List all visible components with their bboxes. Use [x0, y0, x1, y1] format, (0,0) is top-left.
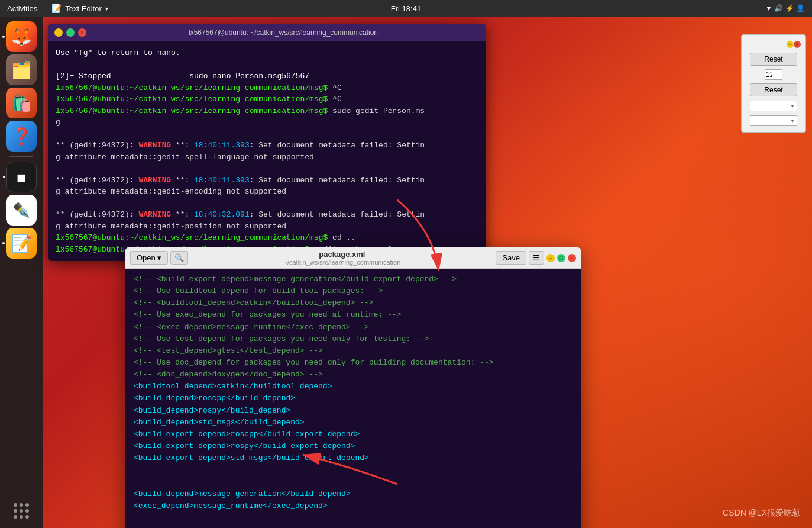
settings-select-2[interactable]: [750, 115, 797, 126]
dock-dot: [20, 503, 23, 507]
gedit-line: <!-- Use doc_depend for packages you nee…: [134, 357, 572, 369]
gedit-line: <!-- <buildtool_depend>catkin</buildtool…: [134, 297, 572, 309]
settings-minimize-button[interactable]: –: [787, 41, 794, 48]
terminal-body[interactable]: Use "fg" to return to nano. [2]+ Stopped…: [48, 41, 486, 261]
dock-dot: [14, 509, 17, 513]
gedit-title-center: package.xml ~/catkin_ws/src/learning_com…: [188, 250, 496, 266]
dock-dot: [25, 503, 29, 507]
gedit-maximize-button[interactable]: □: [557, 254, 565, 262]
gedit-line: <!-- <build_export_depend>message_genera…: [134, 273, 572, 285]
terminal-close-button[interactable]: ×: [78, 28, 86, 37]
gedit-line: <build_export_depend>std_msgs</build_exp…: [134, 452, 572, 464]
dock: 🦊 🗂️ 🛍️ ❓ ■ ✒️ 📝: [0, 17, 43, 528]
gedit-save-button[interactable]: Save: [496, 251, 526, 265]
gedit-open-button[interactable]: Open ▾: [130, 251, 168, 265]
terminal-line: g: [56, 117, 479, 128]
topbar-left: Activities 📝 Text Editor ▾: [0, 0, 115, 17]
gedit-right-toolbar: Save ☰ – □ ×: [496, 251, 576, 265]
gedit-line: [134, 464, 572, 476]
dock-dot: [25, 509, 29, 513]
gedit-line: <exec_depend>message_runtime</exec_depen…: [134, 500, 572, 512]
topbar-app[interactable]: 📝 Text Editor ▾: [44, 4, 115, 13]
dock-dot: [14, 515, 17, 519]
gedit-line: [134, 524, 572, 528]
sys-tray: ▼ 🔊 ⚡ 👤: [765, 4, 805, 12]
dock-separator: [9, 156, 33, 157]
gedit-search-button[interactable]: 🔍: [170, 251, 188, 265]
settings-select-wrap-2: [750, 115, 797, 126]
terminal-line: [56, 59, 479, 71]
dock-dot: [20, 509, 23, 513]
gedit-line: <!-- Use exec_depend for packages you ne…: [134, 309, 572, 321]
gedit-filename: package.xml: [188, 250, 496, 259]
dock-item-text-editor[interactable]: 📝: [6, 228, 37, 259]
topbar: Activities 📝 Text Editor ▾ Fri 18:41 ▼ 🔊…: [0, 0, 812, 17]
topbar-app-chevron: ▾: [105, 5, 108, 12]
terminal-line: lx567567@ubuntu:~/catkin_ws/src/learning…: [56, 105, 479, 117]
gedit-body[interactable]: <!-- <build_export_depend>message_genera…: [125, 269, 581, 528]
gedit-line: [134, 476, 572, 488]
dock-item-terminal[interactable]: ■: [6, 162, 37, 192]
watermark: CSDN @LX很爱吃葱: [723, 508, 800, 519]
gedit-close-button[interactable]: ×: [568, 254, 576, 262]
gedit-line: <build_export_depend>roscpp</build_expor…: [134, 429, 572, 440]
terminal-maximize-button[interactable]: □: [66, 28, 75, 37]
gedit-window: Open ▾ 🔍 package.xml ~/catkin_ws/src/lea…: [125, 247, 581, 528]
dock-item-help[interactable]: ❓: [6, 121, 37, 152]
gedit-line: <build_depend>message_generation</build_…: [134, 488, 572, 500]
gedit-titlebar: Open ▾ 🔍 package.xml ~/catkin_ws/src/lea…: [125, 247, 581, 269]
gedit-filepath: ~/catkin_ws/src/learning_communication: [188, 259, 496, 266]
text-editor-icon: 📝: [51, 4, 62, 13]
settings-panel: – × Reset Reset: [741, 34, 806, 133]
terminal-window: – □ × lx567567@ubuntu: ~/catkin_ws/src/l…: [48, 24, 486, 261]
dock-item-store[interactable]: 🛍️: [6, 88, 37, 118]
terminal-line: lx567567@ubuntu:~/catkin_ws/src/learning…: [56, 232, 479, 244]
gedit-line: <!-- Use test_depend for packages you ne…: [134, 333, 572, 345]
settings-reset-button-1[interactable]: Reset: [750, 53, 797, 66]
terminal-titlebar: – □ × lx567567@ubuntu: ~/catkin_ws/src/l…: [48, 24, 486, 41]
settings-reset-button-2[interactable]: Reset: [750, 83, 797, 96]
topbar-right: ▼ 🔊 ⚡ 👤: [765, 4, 812, 12]
gedit-line: <buildtool_depend>catkin</buildtool_depe…: [134, 381, 572, 392]
terminal-line: ** (gedit:94372): WARNING **: 18:40:11.3…: [56, 140, 479, 152]
gedit-line: <!-- <doc_depend>doxygen</doc_depend> --…: [134, 369, 572, 381]
terminal-line: lx567567@ubuntu:~/catkin_ws/src/learning…: [56, 94, 479, 105]
terminal-line: ** (gedit:94372): WARNING **: 18:40:11.3…: [56, 175, 479, 186]
main-layout: 🦊 🗂️ 🛍️ ❓ ■ ✒️ 📝: [0, 17, 812, 528]
content-area: – □ × lx567567@ubuntu: ~/catkin_ws/src/l…: [43, 17, 812, 528]
terminal-line: g attribute metadata::gedit-position not…: [56, 221, 479, 233]
topbar-app-label: Text Editor: [65, 4, 101, 13]
terminal-line: ** (gedit:94372): WARNING **: 18:40:32.0…: [56, 209, 479, 221]
gedit-line: <!-- Use buildtool_depend for build tool…: [134, 285, 572, 297]
gedit-line: <build_depend>roscpp</build_depend>: [134, 392, 572, 404]
gedit-left-toolbar: Open ▾ 🔍: [130, 251, 188, 265]
gedit-minimize-button[interactable]: –: [546, 254, 555, 262]
dock-dot: [14, 503, 17, 507]
settings-select-1[interactable]: [750, 101, 797, 111]
settings-titlebar: – ×: [746, 41, 801, 48]
activities-button[interactable]: Activities: [0, 0, 44, 17]
terminal-line: Use "fg" to return to nano.: [56, 47, 479, 59]
terminal-title: lx567567@ubuntu: ~/catkin_ws/src/learnin…: [86, 28, 480, 37]
gedit-line: [134, 512, 572, 524]
settings-number-input[interactable]: [765, 69, 782, 80]
topbar-clock: Fri 18:41: [391, 4, 421, 13]
dock-dot: [20, 515, 23, 519]
dock-dots: [14, 503, 29, 519]
terminal-line: [56, 198, 479, 210]
gedit-menu-button[interactable]: ☰: [529, 251, 544, 265]
dock-item-inkscape[interactable]: ✒️: [6, 195, 37, 226]
dock-item-files[interactable]: 🗂️: [6, 54, 37, 85]
terminal-line: g attribute metadata::gedit-encoding not…: [56, 186, 479, 198]
gedit-line: <build_depend>std_msgs</build_depend>: [134, 417, 572, 429]
terminal-line: g attribute metadata::gedit-spell-langua…: [56, 152, 479, 163]
terminal-line: [56, 128, 479, 140]
settings-select-wrap-1: [750, 100, 797, 111]
dock-active-indicator: [2, 36, 5, 38]
dock-active-indicator-2: [3, 176, 5, 178]
dock-item-firefox[interactable]: 🦊: [6, 21, 37, 52]
terminal-minimize-button[interactable]: –: [54, 28, 63, 37]
dock-active-indicator-3: [2, 242, 5, 244]
gedit-line: <build_depend>rospy</build_depend>: [134, 405, 572, 417]
settings-close-button[interactable]: ×: [794, 41, 801, 48]
